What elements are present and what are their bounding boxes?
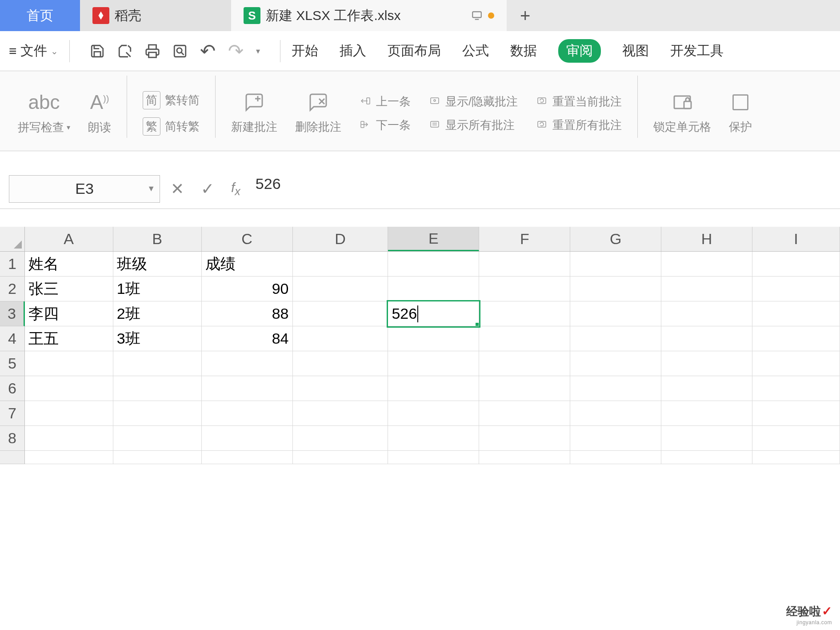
cell-F8[interactable] bbox=[479, 426, 570, 451]
fx-icon[interactable]: fx bbox=[225, 180, 247, 198]
cell-B3[interactable]: 2班 bbox=[113, 301, 202, 326]
cell-I6[interactable] bbox=[752, 376, 840, 401]
cell-I9[interactable] bbox=[752, 451, 840, 464]
tab-dev[interactable]: 开发工具 bbox=[670, 42, 724, 60]
tab-start[interactable]: 开始 bbox=[292, 42, 318, 60]
row-header-5[interactable]: 5 bbox=[0, 351, 25, 376]
cell-C6[interactable] bbox=[202, 376, 293, 401]
tab-home[interactable]: 首页 bbox=[0, 0, 80, 31]
cell-E3[interactable]: 526 bbox=[388, 301, 479, 326]
cell-D1[interactable] bbox=[293, 252, 388, 277]
cell-G3[interactable] bbox=[570, 301, 661, 326]
cell-F1[interactable] bbox=[479, 252, 570, 277]
col-header-D[interactable]: D bbox=[293, 227, 388, 251]
cell-E4[interactable] bbox=[388, 326, 479, 351]
cell-G5[interactable] bbox=[570, 351, 661, 376]
cell-H7[interactable] bbox=[661, 401, 752, 426]
row-header-8[interactable]: 8 bbox=[0, 426, 25, 451]
cell-C5[interactable] bbox=[202, 351, 293, 376]
cell-A2[interactable]: 张三 bbox=[25, 277, 113, 301]
cell-A7[interactable] bbox=[25, 401, 113, 426]
row-header-4[interactable]: 4 bbox=[0, 326, 25, 351]
row-header-3[interactable]: 3 bbox=[0, 301, 25, 326]
reset-current-button[interactable]: 重置当前批注 bbox=[536, 94, 622, 109]
print-icon[interactable] bbox=[145, 44, 160, 59]
col-header-G[interactable]: G bbox=[570, 227, 661, 251]
cell-A1[interactable]: 姓名 bbox=[25, 252, 113, 277]
spellcheck-button[interactable]: abc 拼写检查▾ bbox=[9, 76, 79, 151]
cell-F2[interactable] bbox=[479, 277, 570, 301]
col-header-B[interactable]: B bbox=[113, 227, 202, 251]
cell-E8[interactable] bbox=[388, 426, 479, 451]
file-menu[interactable]: ≡ 文件 ⌄ bbox=[9, 42, 58, 60]
row-header-7[interactable]: 7 bbox=[0, 401, 25, 426]
cell-D6[interactable] bbox=[293, 376, 388, 401]
new-tab-button[interactable]: + bbox=[520, 6, 530, 26]
print-preview-icon[interactable] bbox=[172, 44, 188, 59]
cell-F7[interactable] bbox=[479, 401, 570, 426]
cell-E2[interactable] bbox=[388, 277, 479, 301]
cell-B4[interactable]: 3班 bbox=[113, 326, 202, 351]
row-header-1[interactable]: 1 bbox=[0, 252, 25, 277]
row-header-2[interactable]: 2 bbox=[0, 277, 25, 301]
cell-B6[interactable] bbox=[113, 376, 202, 401]
next-comment-button[interactable]: 下一条 bbox=[359, 117, 411, 133]
cell-G9[interactable] bbox=[570, 451, 661, 464]
cell-D9[interactable] bbox=[293, 451, 388, 464]
select-all-corner[interactable] bbox=[0, 227, 25, 251]
cell-C2[interactable]: 90 bbox=[202, 277, 293, 301]
cell-G8[interactable] bbox=[570, 426, 661, 451]
cell-A5[interactable] bbox=[25, 351, 113, 376]
cell-C4[interactable]: 84 bbox=[202, 326, 293, 351]
cell-H3[interactable] bbox=[661, 301, 752, 326]
new-comment-button[interactable]: 新建批注 bbox=[222, 76, 286, 151]
cancel-formula-button[interactable]: ✕ bbox=[164, 180, 190, 198]
cell-H9[interactable] bbox=[661, 451, 752, 464]
cell-I4[interactable] bbox=[752, 326, 840, 351]
cell-D3[interactable] bbox=[293, 301, 388, 326]
cell-E1[interactable] bbox=[388, 252, 479, 277]
redo-button[interactable]: ↷ bbox=[228, 40, 244, 62]
cell-E5[interactable] bbox=[388, 351, 479, 376]
cell-B8[interactable] bbox=[113, 426, 202, 451]
cell-C1[interactable]: 成绩 bbox=[202, 252, 293, 277]
tab-workbook[interactable]: S 新建 XLSX 工作表.xlsx bbox=[231, 0, 507, 31]
formula-input[interactable]: 526 bbox=[251, 175, 831, 203]
tab-daoke[interactable]: 稻壳 bbox=[80, 0, 231, 31]
cell-G4[interactable] bbox=[570, 326, 661, 351]
save-as-icon[interactable] bbox=[117, 44, 132, 59]
col-header-H[interactable]: H bbox=[661, 227, 752, 251]
cell-B1[interactable]: 班级 bbox=[113, 252, 202, 277]
cell-D4[interactable] bbox=[293, 326, 388, 351]
cell-D5[interactable] bbox=[293, 351, 388, 376]
name-box[interactable]: E3 ▼ bbox=[9, 175, 160, 203]
cell-A3[interactable]: 李四 bbox=[25, 301, 113, 326]
lock-cell-button[interactable]: 锁定单元格 bbox=[644, 76, 720, 151]
cell-H6[interactable] bbox=[661, 376, 752, 401]
cell-H5[interactable] bbox=[661, 351, 752, 376]
cell-E7[interactable] bbox=[388, 401, 479, 426]
show-hide-comment-button[interactable]: 显示/隐藏批注 bbox=[428, 94, 518, 109]
cell-E9[interactable] bbox=[388, 451, 479, 464]
tab-view[interactable]: 视图 bbox=[622, 42, 649, 60]
cell-D2[interactable] bbox=[293, 277, 388, 301]
chevron-down-icon[interactable]: ▼ bbox=[147, 184, 155, 193]
cell-A8[interactable] bbox=[25, 426, 113, 451]
cell-F6[interactable] bbox=[479, 376, 570, 401]
col-header-F[interactable]: F bbox=[479, 227, 570, 251]
delete-comment-button[interactable]: 删除批注 bbox=[286, 76, 350, 151]
accept-formula-button[interactable]: ✓ bbox=[195, 180, 220, 198]
cell-F9[interactable] bbox=[479, 451, 570, 464]
cell-B2[interactable]: 1班 bbox=[113, 277, 202, 301]
cell-C3[interactable]: 88 bbox=[202, 301, 293, 326]
tab-layout[interactable]: 页面布局 bbox=[388, 42, 441, 60]
cell-B7[interactable] bbox=[113, 401, 202, 426]
cell-F4[interactable] bbox=[479, 326, 570, 351]
col-header-C[interactable]: C bbox=[202, 227, 293, 251]
monitor-icon[interactable] bbox=[471, 10, 483, 21]
to-traditional-button[interactable]: 繁简转繁 bbox=[143, 117, 200, 136]
cell-A6[interactable] bbox=[25, 376, 113, 401]
tab-data[interactable]: 数据 bbox=[510, 42, 537, 60]
cell-A9[interactable] bbox=[25, 451, 113, 464]
cell-H1[interactable] bbox=[661, 252, 752, 277]
